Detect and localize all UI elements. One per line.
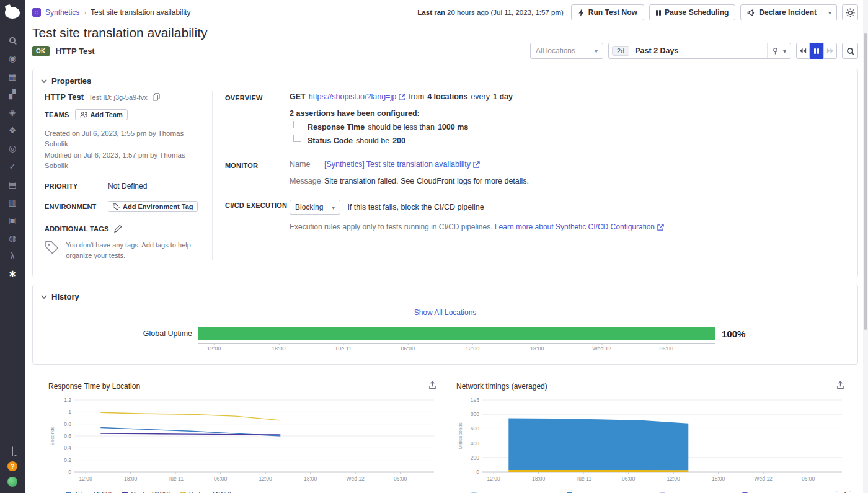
breadcrumb-synthetics-link[interactable]: Synthetics: [45, 8, 79, 17]
response-chart-legend: Tokyo (AWS) Osaka (AWS) Sydney (AWS): [48, 491, 438, 493]
pause-scheduling-label: Pause Scheduling: [665, 8, 728, 17]
rum-icon[interactable]: ◍: [0, 229, 25, 247]
svg-text:Tue 11: Tue 11: [167, 476, 184, 482]
databases-icon[interactable]: ▤: [0, 175, 25, 193]
request-url-link[interactable]: https://shopist.io/?lang=jp: [309, 92, 405, 101]
page-title: Test site translation availability: [32, 25, 858, 40]
add-team-button[interactable]: Add Team: [75, 109, 128, 120]
additional-tags-label: ADDITIONAL TAGS: [45, 225, 108, 233]
network-chart-title: Network timings (averaged): [456, 382, 547, 391]
pause-scheduling-button[interactable]: Pause Scheduling: [649, 4, 735, 20]
properties-section-header[interactable]: Properties: [33, 69, 857, 91]
watchdog-icon[interactable]: ◉: [0, 49, 25, 67]
show-all-locations-link[interactable]: Show All Locations: [33, 308, 857, 317]
svg-text:Wed 12: Wed 12: [347, 476, 365, 482]
region-status-icon[interactable]: [7, 477, 17, 487]
help-icon[interactable]: ?: [7, 461, 17, 471]
infrastructure-icon[interactable]: ▦: [0, 67, 25, 85]
environment-label: ENVIRONMENT: [45, 203, 108, 210]
monitor-message-label: Message: [290, 177, 324, 185]
teams-label: TEAMS: [45, 111, 69, 118]
security-icon[interactable]: ▣: [0, 211, 25, 229]
run-test-now-label: Run Test Now: [588, 8, 637, 17]
network-timings-chart-panel: Network timings (averaged) 0200400600800…: [456, 381, 846, 493]
sidebar-nav: ◉ ▦ ▞ ◈ ❖ ◎ ✓ ▤ ▥ ▣ ◍ λ ✱ ?: [0, 0, 25, 493]
monitor-name-link[interactable]: [Synthetics] Test site translation avail…: [324, 160, 841, 169]
datadog-logo-icon[interactable]: [4, 5, 20, 20]
fast-forward-button[interactable]: [823, 43, 837, 59]
export-icon[interactable]: [836, 381, 844, 391]
scrollbar-thumb[interactable]: [864, 33, 867, 330]
app-root: ◉ ▦ ▞ ◈ ❖ ◎ ✓ ▤ ▥ ▣ ◍ λ ✱ ? Synthetics ›…: [0, 0, 868, 493]
legend-item[interactable]: Osaka (AWS): [122, 491, 170, 493]
uptime-tick-label: 18:00: [272, 345, 286, 352]
response-time-chart[interactable]: 00.20.40.60.811.212:0018:00Tue 1106:0012…: [48, 394, 438, 487]
time-range-picker[interactable]: 2d Past 2 Days ▾: [608, 43, 791, 59]
zoom-reset-button[interactable]: [842, 43, 858, 59]
legend-more-badge[interactable]: +1: [836, 491, 851, 493]
main-content: Synthetics › Test site translation avail…: [25, 0, 868, 493]
declare-incident-button[interactable]: Declare Incident: [740, 4, 823, 20]
export-icon[interactable]: [428, 381, 436, 391]
legend-item[interactable]: Sydney (AWS): [180, 491, 231, 493]
uptime-tick-label: 06:00: [401, 345, 415, 352]
legend-label: Sydney (AWS): [189, 491, 231, 493]
legend-item[interactable]: Tokyo (AWS): [66, 491, 112, 493]
svg-text:400: 400: [471, 440, 479, 446]
metrics-icon[interactable]: ▞: [0, 85, 25, 103]
time-range-extras: ▾: [767, 43, 790, 58]
logs-icon[interactable]: ▥: [0, 193, 25, 211]
locations-count: 4 locations: [427, 92, 467, 101]
pin-icon[interactable]: [772, 48, 779, 55]
locations-filter-select[interactable]: All locations ▾: [530, 43, 603, 59]
rewind-button[interactable]: [796, 43, 810, 59]
properties-body: HTTP Test Test ID: j3g-5a9-fvx TEAMS Add…: [33, 91, 857, 277]
svg-text:12:00: 12:00: [666, 476, 680, 482]
magnifier-icon: [847, 48, 853, 54]
chevron-down-icon: ▾: [595, 48, 598, 55]
properties-section-title: Properties: [51, 76, 91, 86]
add-environment-tag-button[interactable]: Add Environment Tag: [108, 201, 198, 212]
history-section-header[interactable]: History: [33, 285, 857, 307]
pause-live-button[interactable]: [810, 43, 823, 59]
copy-icon[interactable]: [153, 93, 160, 101]
page-scrollbar[interactable]: [863, 0, 868, 493]
integrations-icon[interactable]: ❖: [0, 121, 25, 139]
edit-pencil-icon[interactable]: [114, 224, 122, 233]
ci-cd-icon[interactable]: ✓: [0, 157, 25, 175]
apm-icon[interactable]: ◎: [0, 139, 25, 157]
status-badge: OK: [32, 46, 50, 56]
cicd-learn-more-link[interactable]: Learn more about Synthetic CI/CD Configu…: [495, 223, 664, 231]
svg-text:06:00: 06:00: [214, 476, 228, 482]
chevron-down-icon[interactable]: ▾: [783, 48, 786, 55]
properties-card: Properties HTTP Test Test ID: j3g-5a9-fv…: [32, 69, 858, 277]
settings-gear-button[interactable]: [842, 4, 858, 20]
tag-icon: [45, 240, 59, 255]
cicd-execution-select[interactable]: Blocking ▾: [290, 200, 340, 215]
uptime-tick-label: 06:00: [660, 345, 674, 352]
time-controls: All locations ▾ 2d Past 2 Days ▾: [530, 43, 858, 59]
test-type-name: HTTP Test: [45, 92, 84, 102]
chat-support-icon[interactable]: [12, 447, 13, 456]
uptime-tick-label: Tue 11: [335, 345, 352, 352]
time-range-shortcode: 2d: [612, 46, 629, 56]
network-timings-chart[interactable]: 02004006008001e312:0018:00Tue 1106:0012:…: [456, 394, 846, 487]
legend-label: Tokyo (AWS): [74, 491, 112, 493]
assertion-name: Status Code: [308, 136, 353, 145]
search-icon[interactable]: [0, 31, 25, 49]
svg-text:06:00: 06:00: [802, 476, 815, 482]
monitors-icon[interactable]: ◈: [0, 103, 25, 121]
response-chart-title: Response Time by Location: [48, 382, 140, 391]
serverless-icon[interactable]: λ: [0, 247, 25, 265]
declare-incident-caret[interactable]: ▾: [823, 4, 837, 20]
synthetics-icon[interactable]: ✱: [0, 265, 25, 283]
svg-text:0.6: 0.6: [64, 433, 71, 439]
svg-text:0.8: 0.8: [64, 421, 71, 427]
last-ran-value: 20 hours ago (Jul 11, 2023, 1:57 pm): [447, 9, 564, 16]
monitor-message: Site translation failed. See CloudFront …: [324, 177, 841, 185]
global-uptime-chart[interactable]: 12:0018:00Tue 1106:0012:0018:00Wed 1206:…: [198, 327, 715, 354]
global-uptime-label: Global Uptime: [33, 327, 198, 338]
svg-text:0.2: 0.2: [64, 457, 71, 463]
svg-text:18:00: 18:00: [532, 476, 546, 482]
run-test-now-button[interactable]: Run Test Now: [571, 4, 644, 20]
